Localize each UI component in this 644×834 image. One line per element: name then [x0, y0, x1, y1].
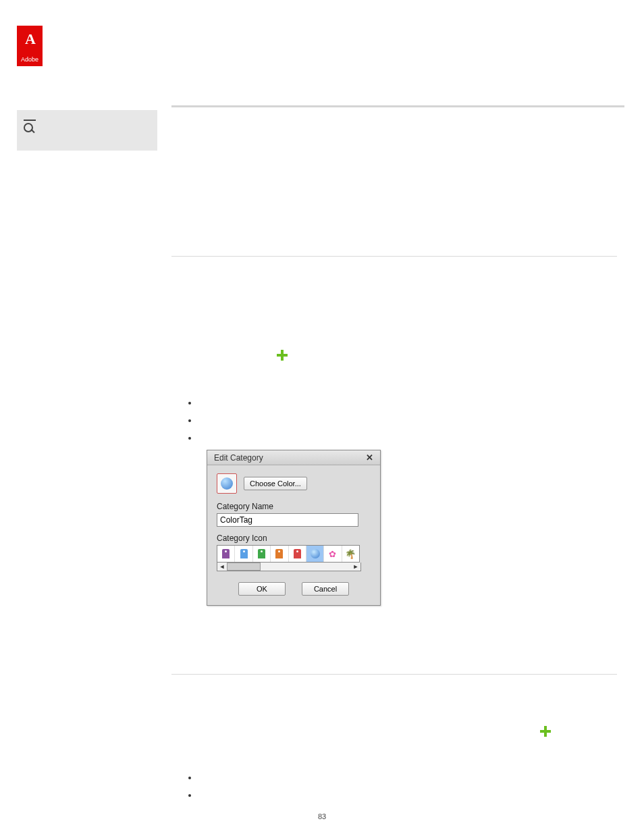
scroll-left-arrow-icon[interactable]: ◄ [217, 563, 227, 570]
list-item [198, 789, 624, 800]
list-item [198, 415, 624, 425]
choose-color-button[interactable]: Choose Color... [244, 477, 307, 490]
search-trigger[interactable] [24, 120, 36, 134]
scroll-track[interactable] [227, 563, 351, 571]
adobe-logo: A Adobe [17, 26, 43, 66]
adobe-logo-label: Adobe [17, 56, 43, 63]
category-name-input[interactable] [217, 513, 358, 527]
list-item [198, 432, 624, 443]
icon-option-flower[interactable]: ✿ [324, 546, 342, 562]
sub-category-bullets [171, 772, 624, 800]
section-divider [171, 674, 617, 675]
search-topline [24, 120, 36, 121]
category-icon-strip: ✿ 🌴 [217, 545, 360, 563]
flower-icon: ✿ [329, 550, 336, 558]
icon-option-palm[interactable]: 🌴 [342, 546, 359, 562]
icon-option-tag-purple[interactable] [217, 546, 235, 562]
dialog-title-text: Edit Category [214, 453, 263, 463]
icon-option-tag-blue[interactable] [235, 546, 252, 562]
category-name-label: Category Name [217, 502, 371, 511]
adobe-logo-mark: A [17, 26, 43, 53]
add-icon [540, 726, 551, 737]
category-icon-preview [217, 473, 237, 494]
edit-category-bullets [171, 397, 624, 443]
dialog-titlebar: Edit Category ✕ [207, 450, 380, 465]
close-icon[interactable]: ✕ [365, 452, 375, 463]
category-icon-label: Category Icon [217, 533, 371, 543]
scroll-right-arrow-icon[interactable]: ► [351, 563, 360, 570]
cancel-button[interactable]: Cancel [302, 582, 349, 596]
ball-icon [221, 477, 233, 490]
section-divider [171, 105, 624, 107]
icon-option-tag-green[interactable] [253, 546, 271, 562]
ball-icon [311, 549, 320, 558]
ok-button[interactable]: OK [238, 582, 286, 596]
icon-option-tag-orange[interactable] [271, 546, 288, 562]
icon-strip-scrollbar[interactable]: ◄ ► [217, 563, 361, 571]
search-icon [24, 123, 34, 134]
page-number: 83 [0, 812, 644, 820]
icon-option-ball[interactable] [306, 546, 324, 562]
list-item [198, 772, 624, 783]
palm-icon: 🌴 [345, 550, 356, 558]
search-panel [17, 110, 157, 151]
list-item [198, 397, 624, 408]
section-divider [171, 256, 617, 257]
icon-option-tag-red[interactable] [289, 546, 306, 562]
add-icon [277, 350, 288, 361]
scroll-thumb[interactable] [227, 563, 261, 571]
edit-category-dialog: Edit Category ✕ Choose Color... Category… [207, 450, 381, 606]
